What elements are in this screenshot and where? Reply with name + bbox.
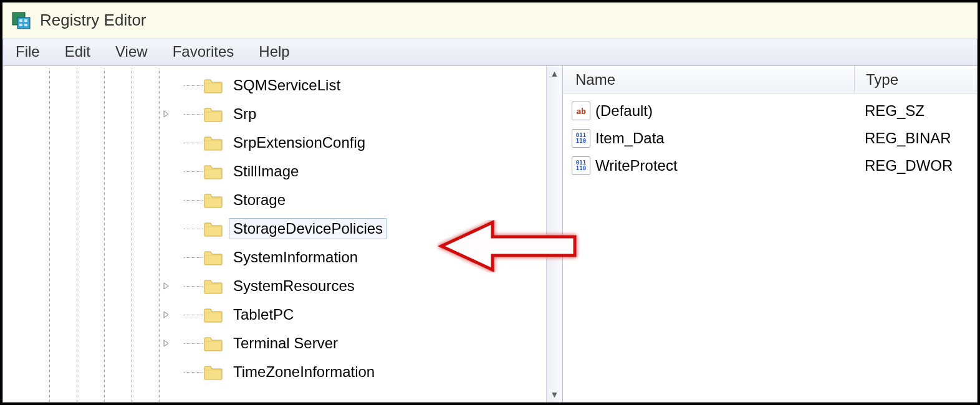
binary-value-icon: 011110 xyxy=(572,129,590,148)
tree-item-label: SrpExtensionConfig xyxy=(229,132,370,153)
chevron-right-icon xyxy=(163,340,170,347)
tree-expander[interactable] xyxy=(159,282,184,290)
folder-icon xyxy=(204,192,223,208)
menu-view[interactable]: View xyxy=(112,42,151,62)
tree-item-label: SystemInformation xyxy=(229,247,362,268)
tree-item[interactable]: TabletPC xyxy=(159,300,387,329)
tree-expander[interactable] xyxy=(159,311,184,318)
value-name: Item_Data xyxy=(595,130,853,147)
svg-rect-2 xyxy=(19,19,22,22)
value-row[interactable]: ab(Default)REG_SZ xyxy=(563,97,977,125)
scroll-down-icon[interactable]: ▼ xyxy=(547,387,562,402)
registry-tree[interactable]: SQMServiceList Srp SrpExtensionConfig St… xyxy=(3,69,546,402)
tree-item[interactable]: SQMServiceList xyxy=(159,71,387,100)
tree-item[interactable]: Storage xyxy=(159,186,387,214)
value-name: (Default) xyxy=(595,102,853,120)
svg-rect-5 xyxy=(24,24,27,26)
folder-icon xyxy=(204,163,223,179)
folder-icon xyxy=(204,77,223,93)
tree-item[interactable]: StorageDevicePolicies xyxy=(159,214,387,243)
column-name[interactable]: Name xyxy=(563,66,855,93)
tree-item-label: SystemResources xyxy=(229,275,359,297)
tree-item-label: Storage xyxy=(229,189,290,211)
folder-icon xyxy=(204,278,223,294)
svg-rect-1 xyxy=(17,17,30,29)
folder-icon xyxy=(204,364,223,380)
chevron-right-icon xyxy=(163,311,170,318)
value-name: WriteProtect xyxy=(595,157,853,174)
scroll-up-icon[interactable]: ▲ xyxy=(547,66,562,81)
folder-icon xyxy=(204,249,223,265)
tree-item-label: TimeZoneInformation xyxy=(229,361,379,383)
tree-item[interactable]: SystemInformation xyxy=(159,243,387,272)
values-list[interactable]: ab(Default)REG_SZ011110Item_DataREG_BINA… xyxy=(563,93,977,179)
values-pane: Name Type ab(Default)REG_SZ011110Item_Da… xyxy=(563,66,977,402)
app-icon xyxy=(11,10,31,30)
tree-pane: SQMServiceList Srp SrpExtensionConfig St… xyxy=(3,66,563,402)
value-type: REG_BINAR xyxy=(853,130,977,147)
title-bar: Registry Editor xyxy=(2,2,978,39)
tree-item[interactable]: Srp xyxy=(159,100,387,128)
tree-item-label: StorageDevicePolicies xyxy=(229,218,387,239)
menu-help[interactable]: Help xyxy=(255,42,293,62)
tree-item-label: TabletPC xyxy=(229,304,298,325)
menu-file[interactable]: File xyxy=(12,42,44,62)
tree-item-label: StillImage xyxy=(229,161,303,182)
folder-icon xyxy=(204,135,223,151)
tree-item[interactable]: SrpExtensionConfig xyxy=(159,128,387,157)
tree-item-label: Terminal Server xyxy=(229,333,342,354)
tree-item-label: SQMServiceList xyxy=(229,75,345,96)
value-row[interactable]: 011110WriteProtectREG_DWOR xyxy=(563,152,977,179)
folder-icon xyxy=(204,335,223,351)
svg-rect-3 xyxy=(24,19,27,22)
tree-item[interactable]: StillImage xyxy=(159,157,387,186)
menu-bar: File Edit View Favorites Help xyxy=(2,39,978,66)
value-type: REG_SZ xyxy=(853,102,977,120)
tree-item[interactable]: TimeZoneInformation xyxy=(159,358,387,386)
value-type: REG_DWOR xyxy=(853,157,977,174)
tree-expander[interactable] xyxy=(159,340,184,347)
tree-item-label: Srp xyxy=(229,103,261,125)
tree-item[interactable]: SystemResources xyxy=(159,272,387,300)
value-row[interactable]: 011110Item_DataREG_BINAR xyxy=(563,125,977,152)
chevron-right-icon xyxy=(163,282,170,290)
menu-favorites[interactable]: Favorites xyxy=(169,42,238,62)
window-title: Registry Editor xyxy=(40,11,147,30)
folder-icon xyxy=(204,307,223,323)
tree-item[interactable]: Terminal Server xyxy=(159,329,387,358)
svg-rect-4 xyxy=(19,24,22,26)
tree-expander[interactable] xyxy=(159,110,184,118)
chevron-right-icon xyxy=(163,110,170,118)
tree-scrollbar[interactable]: ▲ ▼ xyxy=(546,66,562,402)
folder-icon xyxy=(204,106,223,122)
binary-value-icon: 011110 xyxy=(572,156,590,175)
folder-icon xyxy=(204,221,223,237)
column-type[interactable]: Type xyxy=(855,66,977,93)
menu-edit[interactable]: Edit xyxy=(61,42,94,62)
list-header[interactable]: Name Type xyxy=(563,66,977,93)
string-value-icon: ab xyxy=(572,102,590,120)
main-area: SQMServiceList Srp SrpExtensionConfig St… xyxy=(2,66,978,403)
